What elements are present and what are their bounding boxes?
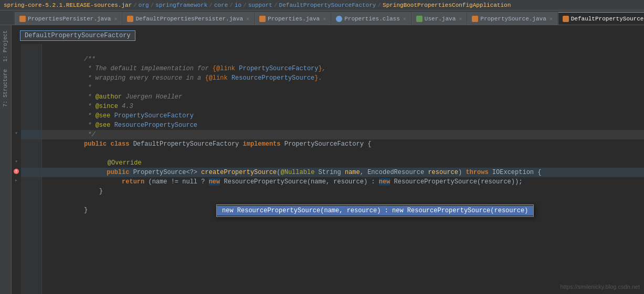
tab-default-factory[interactable]: DefaultPropertySourceFactory.java ✕ bbox=[558, 12, 644, 25]
ln-17 bbox=[21, 196, 41, 205]
ln-16 bbox=[21, 187, 41, 196]
class-file-icon bbox=[336, 16, 342, 22]
gutter-1 bbox=[12, 44, 21, 53]
tab-property-source[interactable]: PropertySource.java ✕ bbox=[467, 12, 557, 25]
java-file-icon bbox=[416, 16, 423, 22]
tab-label: Properties.java bbox=[268, 16, 320, 22]
ln-15 bbox=[21, 177, 41, 187]
gutter-14: ! bbox=[12, 167, 21, 176]
gutter-3 bbox=[12, 63, 21, 72]
tab-properties-java[interactable]: Properties.java ✕ bbox=[255, 12, 331, 25]
code-line-16 bbox=[42, 187, 644, 196]
ln-14 bbox=[21, 168, 41, 177]
ln-3 bbox=[21, 64, 41, 73]
watermark: https://smilenicky.blog.csdn.net bbox=[561, 284, 640, 290]
tab-label: Properties.class bbox=[344, 16, 400, 22]
file-label: DefaultPropertySourceFactory bbox=[20, 30, 135, 41]
ln-11 bbox=[21, 139, 41, 149]
gutter-8 bbox=[12, 110, 21, 119]
editor-area: DefaultPropertySourceFactory ▾ bbox=[12, 25, 644, 294]
gutter-5 bbox=[12, 82, 21, 91]
gutter-15: ▸ bbox=[12, 176, 21, 186]
ln-10 bbox=[21, 130, 41, 139]
code-line-1: /** bbox=[42, 45, 644, 55]
autocomplete-item[interactable]: new ResourcePropertySource(name, resourc… bbox=[217, 206, 533, 215]
gutter-10: ▾ bbox=[12, 129, 21, 138]
tab-properties-class[interactable]: Properties.class ✕ bbox=[331, 12, 411, 25]
left-sidebar: 1: Project 7: Structure bbox=[0, 25, 12, 294]
gutter-12 bbox=[12, 148, 21, 157]
code-line-5: * @author Juergen Hoeller bbox=[42, 83, 644, 92]
code-editor[interactable]: /** * The default implementation for {@l… bbox=[42, 44, 644, 294]
close-icon[interactable]: ✕ bbox=[403, 16, 406, 22]
close-icon[interactable]: ✕ bbox=[550, 16, 553, 22]
gutter-16 bbox=[12, 186, 21, 195]
code-line-10: public class DefaultPropertySourceFactor… bbox=[42, 130, 644, 139]
bc-support[interactable]: support bbox=[248, 2, 272, 8]
ln-8 bbox=[21, 111, 41, 121]
close-icon[interactable]: ✕ bbox=[323, 16, 326, 22]
bc-springframework[interactable]: springframework bbox=[155, 2, 207, 8]
gutter-2 bbox=[12, 53, 21, 63]
sidebar-project[interactable]: 1: Project bbox=[1, 27, 10, 65]
gutter-11 bbox=[12, 138, 21, 148]
java-file-icon bbox=[563, 16, 569, 22]
fold-icon-method[interactable]: ▾ bbox=[15, 157, 18, 167]
ln-7 bbox=[21, 102, 41, 111]
gutter-6 bbox=[12, 91, 21, 101]
tab-default-properties-persister[interactable]: DefaultPropertiesPersister.java ✕ bbox=[122, 12, 254, 25]
bc-factory[interactable]: DefaultPropertySourceFactory bbox=[279, 2, 376, 8]
error-marker: ! bbox=[14, 169, 19, 174]
code-content: ▾ ▾ ! ▸ bbox=[12, 44, 644, 294]
close-icon[interactable]: ✕ bbox=[114, 16, 117, 22]
sidebar-structure[interactable]: 7: Structure bbox=[1, 66, 10, 110]
gutter-4 bbox=[12, 72, 21, 82]
bc-core[interactable]: core bbox=[214, 2, 228, 8]
bc-app[interactable]: SpringBootPropertiesConfigApplication bbox=[383, 2, 511, 8]
fold-icon-end[interactable]: ▸ bbox=[15, 176, 18, 186]
gutter-area: ▾ ▾ ! ▸ bbox=[12, 44, 21, 294]
close-icon[interactable]: ✕ bbox=[459, 16, 462, 22]
java-file-icon bbox=[259, 16, 266, 22]
ln-5 bbox=[21, 83, 41, 92]
ln-2 bbox=[21, 55, 41, 64]
tab-user-java[interactable]: User.java ✕ bbox=[411, 12, 467, 25]
gutter-9 bbox=[12, 119, 21, 129]
fold-icon[interactable]: ▾ bbox=[15, 129, 18, 138]
tab-properties-persister[interactable]: PropertiesPersister.java ✕ bbox=[15, 12, 122, 25]
code-line-12: @Override bbox=[42, 149, 644, 158]
java-file-icon bbox=[472, 16, 478, 22]
ln-12 bbox=[21, 149, 41, 158]
java-file-icon bbox=[19, 16, 26, 22]
tab-label: DefaultPropertySourceFactory.java bbox=[571, 16, 644, 22]
code-line-2: * The default implementation for {@link … bbox=[42, 55, 644, 64]
bc-org[interactable]: org bbox=[139, 2, 149, 8]
ln-9 bbox=[21, 121, 41, 130]
close-icon[interactable]: ✕ bbox=[246, 16, 249, 22]
tab-bar: PropertiesPersister.java ✕ DefaultProper… bbox=[0, 10, 644, 25]
tab-label: DefaultPropertiesPersister.java bbox=[135, 16, 243, 22]
main-layout: 1: Project 7: Structure DefaultPropertyS… bbox=[0, 25, 644, 294]
autocomplete-popup[interactable]: new ResourcePropertySource(name, resourc… bbox=[216, 204, 534, 217]
file-label-container: DefaultPropertySourceFactory bbox=[12, 25, 644, 44]
bc-jar: spring-core-5.2.1.RELEASE-sources.jar bbox=[4, 2, 132, 8]
java-file-icon bbox=[127, 16, 133, 22]
tab-label: PropertySource.java bbox=[480, 16, 546, 22]
tab-label: User.java bbox=[425, 16, 456, 22]
ln-6 bbox=[21, 92, 41, 102]
ln-13 bbox=[21, 158, 41, 168]
gutter-13: ▾ bbox=[12, 157, 21, 167]
line-numbers bbox=[21, 44, 42, 294]
breadcrumb: spring-core-5.2.1.RELEASE-sources.jar / … bbox=[0, 0, 644, 10]
ln-1 bbox=[21, 45, 41, 55]
gutter-17 bbox=[12, 195, 21, 204]
bc-io[interactable]: io bbox=[235, 2, 241, 8]
gutter-7 bbox=[12, 101, 21, 110]
ln-4 bbox=[21, 73, 41, 83]
tab-label: PropertiesPersister.java bbox=[28, 16, 111, 22]
